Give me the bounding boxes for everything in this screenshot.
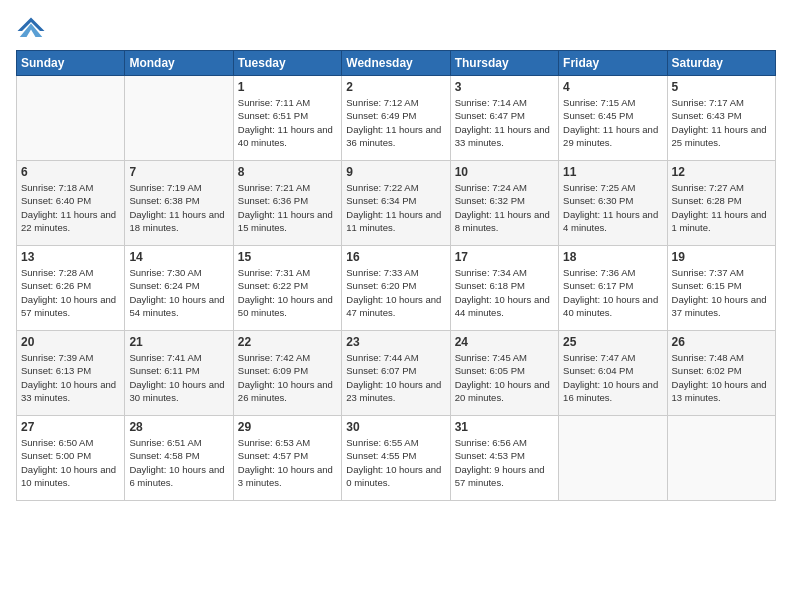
day-detail: Sunrise: 7:36 AM Sunset: 6:17 PM Dayligh…: [563, 266, 662, 319]
day-detail: Sunrise: 7:15 AM Sunset: 6:45 PM Dayligh…: [563, 96, 662, 149]
calendar-cell: [667, 416, 775, 501]
day-detail: Sunrise: 7:12 AM Sunset: 6:49 PM Dayligh…: [346, 96, 445, 149]
day-detail: Sunrise: 7:37 AM Sunset: 6:15 PM Dayligh…: [672, 266, 771, 319]
day-number: 8: [238, 165, 337, 179]
day-detail: Sunrise: 7:17 AM Sunset: 6:43 PM Dayligh…: [672, 96, 771, 149]
calendar-cell: 18Sunrise: 7:36 AM Sunset: 6:17 PM Dayli…: [559, 246, 667, 331]
calendar-week-row: 27Sunrise: 6:50 AM Sunset: 5:00 PM Dayli…: [17, 416, 776, 501]
day-detail: Sunrise: 6:53 AM Sunset: 4:57 PM Dayligh…: [238, 436, 337, 489]
day-number: 20: [21, 335, 120, 349]
calendar-cell: 5Sunrise: 7:17 AM Sunset: 6:43 PM Daylig…: [667, 76, 775, 161]
calendar-cell: [559, 416, 667, 501]
calendar-cell: 22Sunrise: 7:42 AM Sunset: 6:09 PM Dayli…: [233, 331, 341, 416]
day-detail: Sunrise: 7:45 AM Sunset: 6:05 PM Dayligh…: [455, 351, 554, 404]
calendar-cell: 17Sunrise: 7:34 AM Sunset: 6:18 PM Dayli…: [450, 246, 558, 331]
day-number: 25: [563, 335, 662, 349]
day-number: 24: [455, 335, 554, 349]
day-number: 13: [21, 250, 120, 264]
day-detail: Sunrise: 7:25 AM Sunset: 6:30 PM Dayligh…: [563, 181, 662, 234]
calendar-cell: 16Sunrise: 7:33 AM Sunset: 6:20 PM Dayli…: [342, 246, 450, 331]
calendar-cell: 21Sunrise: 7:41 AM Sunset: 6:11 PM Dayli…: [125, 331, 233, 416]
calendar-cell: 13Sunrise: 7:28 AM Sunset: 6:26 PM Dayli…: [17, 246, 125, 331]
day-detail: Sunrise: 7:24 AM Sunset: 6:32 PM Dayligh…: [455, 181, 554, 234]
day-number: 19: [672, 250, 771, 264]
calendar-cell: 19Sunrise: 7:37 AM Sunset: 6:15 PM Dayli…: [667, 246, 775, 331]
day-detail: Sunrise: 7:30 AM Sunset: 6:24 PM Dayligh…: [129, 266, 228, 319]
day-detail: Sunrise: 7:18 AM Sunset: 6:40 PM Dayligh…: [21, 181, 120, 234]
calendar-cell: 2Sunrise: 7:12 AM Sunset: 6:49 PM Daylig…: [342, 76, 450, 161]
day-detail: Sunrise: 7:34 AM Sunset: 6:18 PM Dayligh…: [455, 266, 554, 319]
day-of-week-header: Wednesday: [342, 51, 450, 76]
day-number: 6: [21, 165, 120, 179]
day-number: 3: [455, 80, 554, 94]
calendar-cell: 15Sunrise: 7:31 AM Sunset: 6:22 PM Dayli…: [233, 246, 341, 331]
day-number: 18: [563, 250, 662, 264]
day-detail: Sunrise: 7:21 AM Sunset: 6:36 PM Dayligh…: [238, 181, 337, 234]
calendar-cell: [17, 76, 125, 161]
day-of-week-header: Friday: [559, 51, 667, 76]
day-detail: Sunrise: 7:22 AM Sunset: 6:34 PM Dayligh…: [346, 181, 445, 234]
day-number: 23: [346, 335, 445, 349]
day-number: 17: [455, 250, 554, 264]
day-detail: Sunrise: 6:51 AM Sunset: 4:58 PM Dayligh…: [129, 436, 228, 489]
day-number: 7: [129, 165, 228, 179]
calendar-cell: 9Sunrise: 7:22 AM Sunset: 6:34 PM Daylig…: [342, 161, 450, 246]
day-number: 12: [672, 165, 771, 179]
logo: [16, 16, 50, 40]
calendar-header-row: SundayMondayTuesdayWednesdayThursdayFrid…: [17, 51, 776, 76]
calendar-week-row: 20Sunrise: 7:39 AM Sunset: 6:13 PM Dayli…: [17, 331, 776, 416]
calendar-cell: 14Sunrise: 7:30 AM Sunset: 6:24 PM Dayli…: [125, 246, 233, 331]
calendar-cell: 25Sunrise: 7:47 AM Sunset: 6:04 PM Dayli…: [559, 331, 667, 416]
day-number: 2: [346, 80, 445, 94]
calendar-cell: 23Sunrise: 7:44 AM Sunset: 6:07 PM Dayli…: [342, 331, 450, 416]
calendar-cell: [125, 76, 233, 161]
day-number: 10: [455, 165, 554, 179]
day-of-week-header: Thursday: [450, 51, 558, 76]
calendar-cell: 27Sunrise: 6:50 AM Sunset: 5:00 PM Dayli…: [17, 416, 125, 501]
day-number: 11: [563, 165, 662, 179]
day-number: 16: [346, 250, 445, 264]
day-number: 1: [238, 80, 337, 94]
calendar-week-row: 13Sunrise: 7:28 AM Sunset: 6:26 PM Dayli…: [17, 246, 776, 331]
day-of-week-header: Sunday: [17, 51, 125, 76]
calendar-cell: 30Sunrise: 6:55 AM Sunset: 4:55 PM Dayli…: [342, 416, 450, 501]
day-number: 21: [129, 335, 228, 349]
day-of-week-header: Monday: [125, 51, 233, 76]
calendar-cell: 20Sunrise: 7:39 AM Sunset: 6:13 PM Dayli…: [17, 331, 125, 416]
day-number: 26: [672, 335, 771, 349]
calendar-cell: 3Sunrise: 7:14 AM Sunset: 6:47 PM Daylig…: [450, 76, 558, 161]
day-number: 15: [238, 250, 337, 264]
day-of-week-header: Tuesday: [233, 51, 341, 76]
calendar-cell: 28Sunrise: 6:51 AM Sunset: 4:58 PM Dayli…: [125, 416, 233, 501]
day-number: 9: [346, 165, 445, 179]
calendar-week-row: 6Sunrise: 7:18 AM Sunset: 6:40 PM Daylig…: [17, 161, 776, 246]
day-detail: Sunrise: 7:28 AM Sunset: 6:26 PM Dayligh…: [21, 266, 120, 319]
calendar-cell: 4Sunrise: 7:15 AM Sunset: 6:45 PM Daylig…: [559, 76, 667, 161]
day-detail: Sunrise: 7:19 AM Sunset: 6:38 PM Dayligh…: [129, 181, 228, 234]
calendar-cell: 7Sunrise: 7:19 AM Sunset: 6:38 PM Daylig…: [125, 161, 233, 246]
day-detail: Sunrise: 7:47 AM Sunset: 6:04 PM Dayligh…: [563, 351, 662, 404]
day-detail: Sunrise: 6:50 AM Sunset: 5:00 PM Dayligh…: [21, 436, 120, 489]
calendar-cell: 8Sunrise: 7:21 AM Sunset: 6:36 PM Daylig…: [233, 161, 341, 246]
calendar-cell: 12Sunrise: 7:27 AM Sunset: 6:28 PM Dayli…: [667, 161, 775, 246]
day-detail: Sunrise: 7:39 AM Sunset: 6:13 PM Dayligh…: [21, 351, 120, 404]
day-number: 4: [563, 80, 662, 94]
day-detail: Sunrise: 6:55 AM Sunset: 4:55 PM Dayligh…: [346, 436, 445, 489]
day-number: 27: [21, 420, 120, 434]
day-detail: Sunrise: 6:56 AM Sunset: 4:53 PM Dayligh…: [455, 436, 554, 489]
day-number: 31: [455, 420, 554, 434]
day-detail: Sunrise: 7:31 AM Sunset: 6:22 PM Dayligh…: [238, 266, 337, 319]
day-detail: Sunrise: 7:27 AM Sunset: 6:28 PM Dayligh…: [672, 181, 771, 234]
day-detail: Sunrise: 7:44 AM Sunset: 6:07 PM Dayligh…: [346, 351, 445, 404]
day-number: 30: [346, 420, 445, 434]
day-number: 28: [129, 420, 228, 434]
calendar-cell: 24Sunrise: 7:45 AM Sunset: 6:05 PM Dayli…: [450, 331, 558, 416]
calendar-cell: 29Sunrise: 6:53 AM Sunset: 4:57 PM Dayli…: [233, 416, 341, 501]
day-number: 5: [672, 80, 771, 94]
day-detail: Sunrise: 7:11 AM Sunset: 6:51 PM Dayligh…: [238, 96, 337, 149]
calendar-table: SundayMondayTuesdayWednesdayThursdayFrid…: [16, 50, 776, 501]
day-number: 29: [238, 420, 337, 434]
calendar-cell: 26Sunrise: 7:48 AM Sunset: 6:02 PM Dayli…: [667, 331, 775, 416]
calendar-cell: 31Sunrise: 6:56 AM Sunset: 4:53 PM Dayli…: [450, 416, 558, 501]
day-of-week-header: Saturday: [667, 51, 775, 76]
